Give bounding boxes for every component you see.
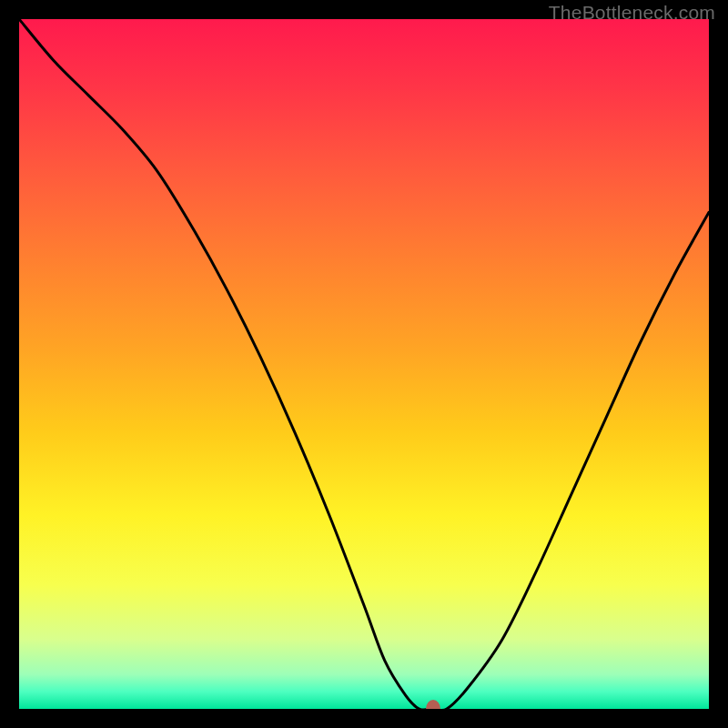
plot-area	[19, 19, 709, 709]
chart-frame: TheBottleneck.com	[0, 0, 728, 728]
plot-svg	[19, 19, 709, 709]
